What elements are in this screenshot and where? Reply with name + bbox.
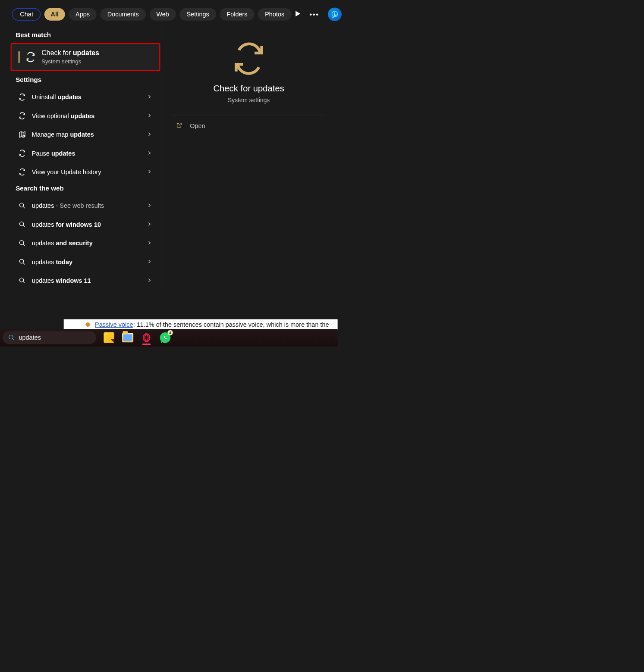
tab-settings-label: Settings <box>186 11 209 18</box>
best-match-title: Check for updates <box>41 49 99 57</box>
settings-result-3[interactable]: Pause updates <box>6 144 160 163</box>
taskbar-search[interactable]: updates <box>3 331 96 344</box>
web-result-2[interactable]: updates and security <box>6 234 160 252</box>
search-icon <box>18 202 26 209</box>
search-icon <box>18 240 26 247</box>
whatsapp-app[interactable]: 4 <box>159 332 171 344</box>
settings-result-1[interactable]: View optional updates <box>6 106 160 125</box>
opera-app[interactable] <box>141 332 153 344</box>
web-result-4[interactable]: updates windows 11 <box>6 271 160 290</box>
svg-point-5 <box>19 259 23 263</box>
chevron-right-icon <box>148 94 151 100</box>
preview-title: Check for updates <box>169 84 329 94</box>
tab-web-label: Web <box>156 11 169 18</box>
settings-result-2[interactable]: Manage map updates <box>6 125 160 144</box>
sticky-notes-icon <box>104 332 114 343</box>
tab-photos-label: Photos <box>265 11 284 18</box>
section-best-match: Best match <box>6 28 160 43</box>
web-result-3[interactable]: updates today <box>6 253 160 271</box>
tab-photos[interactable]: Photos <box>258 8 291 21</box>
settings-result-label: Pause updates <box>32 150 142 157</box>
svg-point-9 <box>145 334 148 341</box>
search-scope-tabs: Chat All Apps Documents Web Settings Fol… <box>0 0 338 24</box>
chevron-right-icon <box>148 222 151 227</box>
media-play-icon[interactable] <box>295 11 301 18</box>
svg-point-7 <box>9 335 13 339</box>
chevron-right-icon <box>148 113 151 119</box>
settings-result-label: Uninstall updates <box>32 94 142 101</box>
open-external-icon <box>176 122 183 130</box>
svg-point-4 <box>19 241 23 244</box>
search-icon <box>18 258 26 265</box>
svg-point-3 <box>19 222 23 226</box>
results-pane: Best match Check for updates System sett… <box>6 24 160 290</box>
yoast-bullet-icon <box>85 322 90 327</box>
settings-result-4[interactable]: View your Update history <box>6 163 160 181</box>
svg-point-6 <box>19 278 23 282</box>
file-explorer-app[interactable] <box>122 332 134 344</box>
passive-voice-text: : 11.1% of the sentences contain passive… <box>133 321 329 328</box>
chevron-right-icon <box>148 240 151 246</box>
active-app-indicator <box>142 344 151 345</box>
chevron-right-icon <box>148 132 151 138</box>
best-match-result[interactable]: Check for updates System settings <box>11 43 160 71</box>
svg-point-2 <box>19 203 23 207</box>
sync-icon <box>25 52 36 63</box>
chevron-right-icon <box>148 278 151 283</box>
tab-apps-label: Apps <box>75 11 90 18</box>
map-icon <box>18 131 26 138</box>
best-match-subtitle: System settings <box>41 58 99 65</box>
sync-icon <box>18 150 26 157</box>
web-result-label: updates today <box>32 258 142 266</box>
tab-settings[interactable]: Settings <box>180 8 216 21</box>
preview-hero-icon <box>169 43 329 74</box>
tab-folders[interactable]: Folders <box>220 8 254 21</box>
opera-icon <box>141 332 152 343</box>
section-search-web: Search the web <box>6 181 160 197</box>
sync-icon <box>18 168 26 175</box>
sync-icon <box>18 93 26 100</box>
settings-result-label: Manage map updates <box>32 131 142 138</box>
web-result-0[interactable]: updates - See web results <box>6 196 160 215</box>
web-result-label: updates for windows 10 <box>32 221 142 228</box>
tab-apps[interactable]: Apps <box>69 8 97 21</box>
chevron-right-icon <box>148 169 151 175</box>
more-options-button[interactable]: ••• <box>309 10 319 19</box>
tab-all-label: All <box>50 11 59 18</box>
search-icon <box>18 277 26 284</box>
notification-badge: 4 <box>167 330 173 335</box>
web-result-label: updates windows 11 <box>32 277 142 284</box>
chevron-right-icon <box>148 203 151 209</box>
search-icon <box>8 334 15 341</box>
chevron-right-icon <box>148 259 151 265</box>
settings-result-label: View your Update history <box>32 169 142 176</box>
settings-result-0[interactable]: Uninstall updates <box>6 88 160 106</box>
folder-icon <box>122 333 133 343</box>
preview-pane: Check for updates System settings Open <box>160 24 332 290</box>
preview-subtitle: System settings <box>169 97 329 103</box>
selection-indicator <box>19 51 20 63</box>
tab-documents[interactable]: Documents <box>101 8 146 21</box>
svg-point-8 <box>143 334 150 342</box>
web-result-1[interactable]: updates for windows 10 <box>6 215 160 234</box>
chevron-right-icon <box>148 150 151 156</box>
tab-chat-label: Chat <box>20 11 33 18</box>
taskbar: updates 4 <box>0 329 338 347</box>
search-icon <box>18 221 26 228</box>
passive-voice-link[interactable]: Passive voice <box>95 321 133 328</box>
bing-chat-button[interactable] <box>328 7 342 21</box>
sync-icon <box>18 112 26 119</box>
settings-result-label: View optional updates <box>32 112 142 119</box>
taskbar-search-text: updates <box>19 334 41 341</box>
tab-documents-label: Documents <box>107 11 139 18</box>
web-result-label: updates - See web results <box>32 202 142 209</box>
background-browser-content: Passive voice : 11.1% of the sentences c… <box>64 319 338 330</box>
section-settings: Settings <box>6 73 160 88</box>
sticky-notes-app[interactable] <box>103 332 115 344</box>
open-action[interactable]: Open <box>169 115 329 130</box>
tab-folders-label: Folders <box>226 11 247 18</box>
tab-web[interactable]: Web <box>149 8 176 21</box>
open-label: Open <box>190 122 205 130</box>
tab-chat[interactable]: Chat <box>12 8 41 21</box>
tab-all[interactable]: All <box>44 8 65 21</box>
